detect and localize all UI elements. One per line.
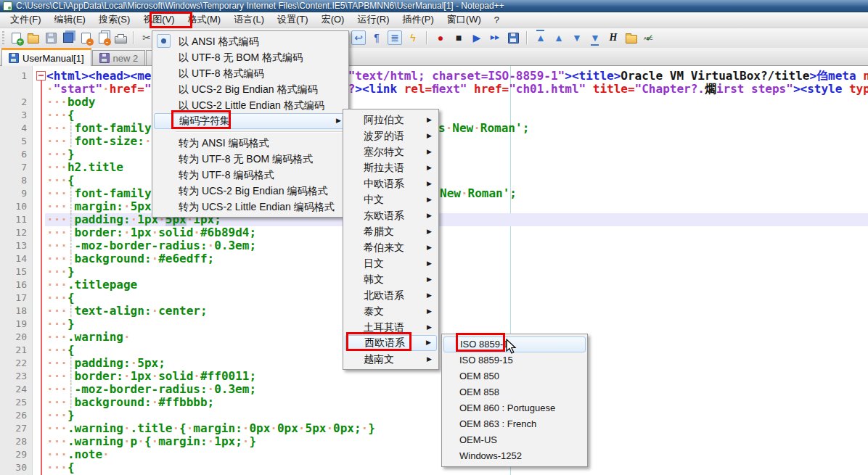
indent-guide-icon[interactable]: ≣: [388, 30, 402, 45]
format-menu-item-以-ucs-2-big-endian-格式编码[interactable]: 以 UCS-2 Big Endian 格式编码: [154, 81, 347, 97]
charset-menu-item-越南文[interactable]: 越南文▶: [345, 351, 437, 367]
menu-settings[interactable]: 设置(T): [271, 12, 315, 28]
format-menu-item-转为-utf-8-编码格式[interactable]: 转为 UTF-8 编码格式: [154, 167, 347, 183]
code-line[interactable]: ···┊text-align:·center;: [46, 305, 208, 318]
code-line[interactable]: ···{: [46, 174, 75, 187]
macro-play-icon[interactable]: ▶: [470, 30, 484, 45]
print-icon[interactable]: [113, 30, 128, 45]
code-line[interactable]: ···┊-moz-border-radius:·0.3em;: [46, 239, 256, 252]
encoding-menu-item-oem-858[interactable]: OEM 858: [443, 384, 586, 400]
code-line[interactable]: ···┊margin:·5px·0: [46, 200, 165, 213]
save-icon[interactable]: [44, 30, 58, 45]
charset-menu-item-泰文[interactable]: 泰文▶: [345, 303, 437, 319]
menu-language[interactable]: 语言(L): [227, 12, 271, 28]
tab-new-2[interactable]: new 2: [92, 50, 146, 65]
word-wrap-icon[interactable]: ↩: [351, 30, 366, 45]
charset-menu-item-波罗的语[interactable]: 波罗的语▶: [345, 128, 437, 144]
format-menu-item-以-utf-8-格式编码[interactable]: 以 UTF-8 格式编码: [154, 65, 347, 81]
code-line[interactable]: ···{: [46, 292, 75, 305]
charset-menu-item-东欧语系[interactable]: 东欧语系▶: [345, 207, 437, 223]
code-line[interactable]: ···body: [46, 96, 95, 109]
menu-format[interactable]: 格式(M): [181, 12, 228, 28]
code-line[interactable]: ···.warning·p·{·margin:·1px;·}: [46, 435, 256, 448]
code-line-fragment[interactable]: s·New·Roman';: [438, 122, 529, 135]
code-line[interactable]: ···┊background:·#e6edff;: [46, 252, 214, 265]
code-line[interactable]: ···┊-moz-border-radius:·0.3em;: [46, 383, 256, 396]
code-line[interactable]: ···.warning·: [46, 331, 131, 344]
charset-menu-item-日文[interactable]: 日文▶: [345, 255, 437, 271]
code-line[interactable]: ···}: [46, 409, 75, 422]
menu-macro[interactable]: 宏(O): [315, 12, 351, 28]
code-line[interactable]: ···{: [46, 461, 75, 474]
spell-check-icon[interactable]: ✓ABC: [642, 30, 657, 45]
charset-menu-item-希腊文[interactable]: 希腊文▶: [345, 223, 437, 239]
charset-menu-item-阿拉伯文[interactable]: 阿拉伯文▶: [345, 112, 437, 128]
charset-menu-item-中文[interactable]: 中文▶: [345, 191, 437, 207]
menu-help[interactable]: ?: [488, 13, 506, 28]
code-line-fragment[interactable]: x?><link rel=ﬁext" href="ch01.html" titl…: [341, 83, 868, 96]
format-menu-item-转为-utf-8-无-bom-编码格式[interactable]: 转为 UTF-8 无 BOM 编码格式: [154, 151, 347, 167]
charset-menu-item-塞尔特文[interactable]: 塞尔特文▶: [345, 144, 437, 160]
code-line[interactable]: ···{: [46, 109, 75, 122]
new-file-icon[interactable]: +: [9, 30, 23, 45]
charset-menu-item-西欧语系[interactable]: 西欧语系▶: [345, 335, 437, 351]
nav-next-icon[interactable]: ▼: [570, 30, 584, 45]
format-menu-item-以-ansi-格式编码[interactable]: 以 ANSI 格式编码: [154, 33, 347, 49]
nav-last-icon[interactable]: ▼: [588, 30, 602, 45]
close-all-icon[interactable]: -: [96, 30, 110, 45]
code-line-fragment[interactable]: ="text/html; charset=ISO-8859-1"><title>…: [341, 70, 868, 83]
macro-record-icon[interactable]: ●: [433, 30, 448, 45]
code-line[interactable]: ···}: [46, 148, 75, 161]
menu-run[interactable]: 运行(R): [351, 12, 396, 28]
macro-save-icon[interactable]: [506, 30, 520, 45]
menu-plugins[interactable]: 插件(P): [396, 12, 440, 28]
menu-window[interactable]: 窗口(W): [441, 12, 488, 28]
encoding-menu-item-oem-850[interactable]: OEM 850: [443, 368, 586, 384]
code-line[interactable]: ···.warning·.title·{·margin:·0px·0px·5px…: [46, 422, 375, 435]
menu-edit[interactable]: 编辑(E): [48, 12, 92, 28]
function-list-icon[interactable]: ϟ: [406, 30, 420, 45]
open-file-icon[interactable]: [26, 30, 41, 45]
fold-collapse-box[interactable]: [36, 71, 46, 80]
encoding-menu-item-oem-860-portuguese[interactable]: OEM 860 : Portuguese: [443, 400, 586, 416]
menu-search[interactable]: 搜索(S): [92, 12, 136, 28]
format-menu-item-以-utf-8-无-bom-格式编码[interactable]: 以 UTF-8 无 BOM 格式编码: [154, 49, 347, 65]
charset-menu-item-韩文[interactable]: 韩文▶: [345, 271, 437, 287]
menu-file[interactable]: 文件(F): [4, 12, 48, 28]
macro-run-multiple-icon[interactable]: ▶▶: [488, 30, 502, 45]
format-menu-item-以-ucs-2-little-endian-格式编码[interactable]: 以 UCS-2 Little Endian 格式编码: [154, 97, 347, 113]
html-view-icon[interactable]: H: [606, 30, 621, 45]
charset-menu-item-斯拉夫语[interactable]: 斯拉夫语▶: [345, 160, 437, 175]
code-line[interactable]: ···.note·: [46, 448, 110, 461]
code-line[interactable]: ···}: [46, 265, 75, 278]
show-all-characters-icon[interactable]: ¶: [369, 30, 384, 45]
encoding-menu-item-oem-863-french[interactable]: OEM 863 : French: [443, 416, 586, 432]
encoding-menu-item-windows-1252[interactable]: Windows-1252: [443, 448, 586, 464]
macro-stop-icon[interactable]: ■: [451, 30, 466, 45]
nav-prev-icon[interactable]: ▲: [552, 30, 566, 45]
tab-usermanual-1-[interactable]: UserManual[1]: [1, 48, 91, 66]
format-menu-item-转为-ucs-2-little-endian-编码格式[interactable]: 转为 UCS-2 Little Endian 编码格式: [154, 199, 347, 215]
format-menu-item-转为-ansi-编码格式[interactable]: 转为 ANSI 编码格式: [154, 135, 347, 151]
format-menu-item-编码字符集[interactable]: 编码字符集▶: [154, 113, 347, 129]
save-all-icon[interactable]: [61, 30, 75, 45]
encoding-menu-item-oem-us[interactable]: OEM-US: [443, 432, 586, 448]
menu-view[interactable]: 视图(V): [136, 12, 181, 28]
code-line[interactable]: ···┊font-family:·: [46, 187, 165, 200]
charset-menu-item-北欧语系[interactable]: 北欧语系▶: [345, 287, 437, 303]
code-line[interactable]: ···┊border:·1px·solid·#ff0011;: [46, 370, 256, 383]
encoding-menu-item-iso-8859-15[interactable]: ISO 8859-15: [443, 352, 586, 368]
code-line[interactable]: ···┊background:·#ffbbbb;: [46, 396, 214, 409]
charset-menu-item-土耳其语[interactable]: 土耳其语▶: [345, 319, 437, 335]
code-line[interactable]: ···┊font-family:·: [46, 122, 165, 135]
close-icon[interactable]: -: [78, 30, 93, 45]
doc-switcher-icon[interactable]: [624, 30, 639, 45]
format-menu-item-转为-ucs-2-big-endian-编码格式[interactable]: 转为 UCS-2 Big Endian 编码格式: [154, 183, 347, 199]
nav-first-icon[interactable]: ▲: [533, 30, 548, 45]
code-line[interactable]: ···┊border:·1px·solid·#6b89d4;: [46, 226, 256, 239]
charset-menu-item-中欧语系[interactable]: 中欧语系▶: [345, 175, 437, 191]
code-line[interactable]: ···}: [46, 318, 75, 331]
code-line[interactable]: ···h2.title: [46, 161, 123, 174]
code-line[interactable]: ···{: [46, 344, 75, 357]
code-line[interactable]: ···.titlepage: [46, 278, 137, 292]
